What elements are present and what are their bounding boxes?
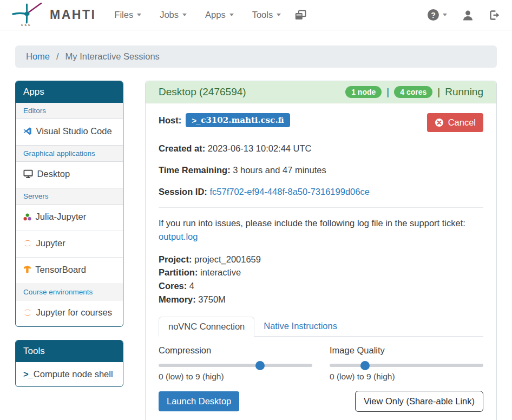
support-note: If you run into issues, please include t… [159,216,483,244]
sidebar-item-label: Julia-Jupyter [36,212,87,221]
sidebar-item-label: TensorBoard [35,265,86,274]
jupyter-icon [23,307,32,320]
nav-menu-tools[interactable]: Tools [252,10,281,20]
view-only-link-button[interactable]: View Only (Share-able Link) [355,391,483,412]
logout-icon[interactable] [489,10,500,21]
session-id-field: Session ID: fc57f702-ef94-448f-8a50-7316… [159,187,483,197]
divider [159,207,483,208]
section-label-servers: Servers [16,188,123,205]
sidebar-item-label: Visual Studio Code [36,126,112,136]
breadcrumb-current: My Interactive Sessions [65,51,160,62]
terminal-prompt-icon: >_ [192,116,200,125]
session-title: Desktop (2476594) [159,86,246,98]
support-text: If you run into issues, please include t… [159,218,465,228]
chevron-down-icon [443,14,447,16]
main-area: Desktop (2476594) 1 node | 4 cores | Run… [145,81,497,420]
created-at-value: 2023-06-13 10:02:44 UTC [208,143,312,153]
host-label: Host: [159,115,181,126]
image-quality-slider[interactable] [330,361,483,370]
session-card-body: Host: >_ c3102.mahti.csc.fi [146,103,496,420]
sidebar-item-desktop[interactable]: Desktop [16,162,123,188]
compression-control: Compression 0 (low) to 9 (high) [159,345,312,382]
interactive-sessions-icon[interactable] [295,10,306,20]
project-field: Project: project_2001659 [159,253,483,266]
chevron-down-icon [229,14,234,16]
sidebar: Apps Editors Visual Studio Code Graphica… [15,81,123,400]
tensorboard-icon [23,265,31,278]
core-count-badge: 4 cores [394,86,432,98]
brand-home-link[interactable]: csc MAHTI [12,2,96,29]
launch-desktop-button[interactable]: Launch Desktop [159,391,239,411]
julia-icon [23,212,31,225]
help-menu[interactable]: ? [428,9,447,21]
nav-menu-apps[interactable]: Apps [205,10,234,20]
breadcrumb: Home / My Interactive Sessions [15,45,497,68]
slider-track[interactable] [159,364,312,367]
desktop-monitor-icon [23,169,33,182]
session-actions: Launch Desktop View Only (Share-able Lin… [159,391,483,412]
nav-menu-files[interactable]: Files [114,10,141,20]
chevron-down-icon [182,14,187,16]
sidebar-item-jupyter[interactable]: Jupyter [16,231,123,257]
created-at-field: Created at: 2023-06-13 10:02:44 UTC [159,143,483,154]
status-separator: | [386,86,389,98]
memory-field: Memory: 3750M [159,293,483,306]
sidebar-item-jupyter-for-courses[interactable]: Jupyter for courses [16,300,123,326]
novnc-panel: Compression 0 (low) to 9 (high) Image Qu… [159,337,483,382]
tools-card-title: Tools [16,340,123,362]
host-row: Host: >_ c3102.mahti.csc.fi [159,113,483,132]
slider-track[interactable] [330,364,483,367]
navbar-right: ? [428,9,500,21]
image-quality-label: Image Quality [330,345,483,356]
sidebar-item-julia-jupyter[interactable]: Julia-Jupyter [16,205,123,231]
svg-text:csc: csc [21,23,32,27]
breadcrumb-home-link[interactable]: Home [26,51,50,62]
partition-value: interactive [200,267,241,277]
sidebar-item-label: Compute node shell [34,369,113,379]
host-name: c3102.mahti.csc.fi [201,115,284,125]
image-quality-slider-thumb[interactable] [360,361,370,370]
sidebar-item-visual-studio-code[interactable]: Visual Studio Code [16,119,123,145]
cores-field: Cores: 4 [159,279,483,293]
apps-card: Apps Editors Visual Studio Code Graphica… [15,81,123,327]
nav-menus: Files Jobs Apps Tools [114,10,281,20]
chevron-down-icon [137,14,141,16]
session-id-link[interactable]: fc57f702-ef94-448f-8a50-7316199d06ce [209,187,369,196]
app-title: MAHTI [50,8,96,22]
help-icon: ? [428,9,439,21]
image-quality-range-label: 0 (low) to 9 (high) [330,372,483,382]
tab-novnc-connection[interactable]: noVNC Connection [159,317,254,337]
image-quality-control: Image Quality 0 (low) to 9 (high) [330,345,483,382]
section-label-editors: Editors [16,103,123,119]
jupyter-icon [23,238,32,251]
breadcrumb-separator: / [56,51,59,62]
session-card-header: Desktop (2476594) 1 node | 4 cores | Run… [146,81,496,103]
time-remaining-value: 3 hours and 47 minutes [233,165,326,175]
terminal-prompt-icon: >_ [23,369,32,379]
compression-slider[interactable] [159,361,312,370]
content-row: Apps Editors Visual Studio Code Graphica… [0,81,512,420]
node-count-badge: 1 node [345,86,382,98]
output-log-link[interactable]: output.log [159,232,198,241]
nav-menu-jobs[interactable]: Jobs [160,10,187,20]
cancel-circle-x-icon [435,118,444,127]
session-card: Desktop (2476594) 1 node | 4 cores | Run… [145,81,497,420]
host-shell-button[interactable]: >_ c3102.mahti.csc.fi [186,113,290,127]
compression-range-label: 0 (low) to 9 (high) [159,372,312,382]
session-status-group: 1 node | 4 cores | Running [345,86,483,98]
memory-value: 3750M [198,294,225,304]
tab-native-instructions[interactable]: Native Instructions [254,317,346,336]
chevron-down-icon [277,14,281,16]
project-value: project_2001659 [194,254,261,264]
status-separator: | [437,86,440,98]
section-label-graphical-applications: Graphical applications [16,145,123,162]
sidebar-item-label: Jupyter [36,238,65,248]
vscode-icon [23,126,32,139]
sidebar-item-compute-node-shell[interactable]: >_Compute node shell [16,362,123,387]
user-icon[interactable] [462,10,474,21]
compression-slider-thumb[interactable] [255,361,265,370]
cancel-label: Cancel [448,117,476,128]
sidebar-item-tensorboard[interactable]: TensorBoard [16,257,123,284]
cancel-button[interactable]: Cancel [427,113,483,132]
compression-label: Compression [159,345,312,356]
